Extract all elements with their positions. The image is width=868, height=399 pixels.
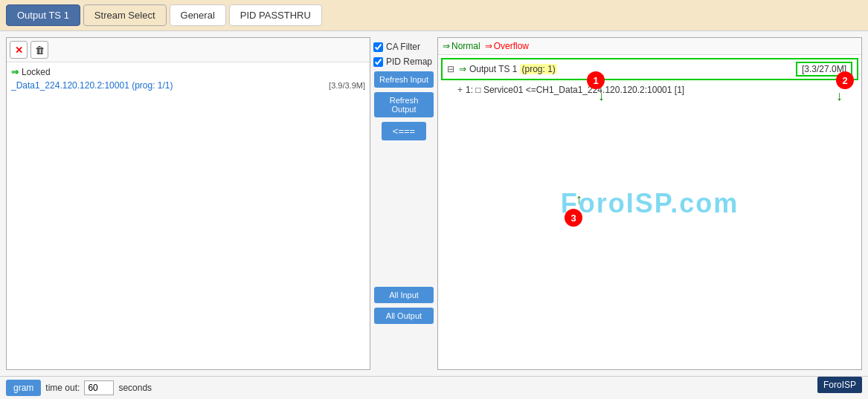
trash-icon-btn[interactable]: 🗑 xyxy=(30,41,48,59)
refresh-output-button[interactable]: Refresh Output xyxy=(374,92,434,117)
refresh-input-button[interactable]: Refresh Input xyxy=(374,71,434,88)
right-panel: 1 2 3 ↓ ↓ ↑ ⇒ Normal ⇒ Overflow xyxy=(437,37,862,370)
locked-row: ⇒ Locked xyxy=(11,67,365,77)
service-label: 1: □ Service01 <=CH1_Data1_224.120.120.2… xyxy=(466,85,684,95)
program-button[interactable]: gram xyxy=(6,380,41,396)
data-rate-label: [3.9/3.9M] xyxy=(329,81,365,90)
service-row[interactable]: + 1: □ Service01 <=CH1_Data1_224.120.120… xyxy=(453,83,858,97)
locked-label: Locked xyxy=(22,67,51,77)
annotation-3: 3 xyxy=(565,209,582,227)
left-toolbar: ✕ 🗑 xyxy=(7,38,370,62)
left-panel: ✕ 🗑 ⇒ Locked _Data1_224.120.120.2:10001 … xyxy=(6,37,370,370)
annotation-1: 1 xyxy=(587,71,605,89)
tab-general[interactable]: General xyxy=(170,4,226,26)
right-content: ⊟ ⇒ Output TS 1 (prog: 1) [3.3/27.0M] + … xyxy=(438,55,861,369)
arrow-2-icon: ↓ xyxy=(836,88,843,104)
right-header: ⇒ Normal ⇒ Overflow xyxy=(438,38,861,55)
normal-label: ⇒ Normal xyxy=(443,41,480,51)
green-arrow-icon: ⇒ xyxy=(11,67,19,77)
tab-stream-select[interactable]: Stream Select xyxy=(83,4,167,26)
all-input-button[interactable]: All Input xyxy=(374,287,434,303)
seconds-label: seconds xyxy=(118,383,152,393)
data-source-label: _Data1_224.120.120.2:10001 (prog: 1/1) xyxy=(11,80,173,91)
pid-remap-label: PID Remap xyxy=(386,56,432,67)
ca-filter-checkbox[interactable] xyxy=(373,42,383,52)
tab-output-ts[interactable]: Output TS 1 xyxy=(6,4,80,26)
expand-icon: ⊟ xyxy=(447,64,454,74)
tab-pid-passthru[interactable]: PID PASSTHRU xyxy=(229,4,322,26)
tab-bar: Output TS 1 Stream Select General PID PA… xyxy=(0,0,868,31)
overflow-label: ⇒ Overflow xyxy=(485,41,529,51)
pid-remap-row: PID Remap xyxy=(373,56,434,67)
overflow-arrow-icon: ⇒ xyxy=(485,41,492,51)
all-output-button[interactable]: All Output xyxy=(374,308,434,324)
content-area: ✕ 🗑 ⇒ Locked _Data1_224.120.120.2:10001 … xyxy=(0,31,868,376)
left-content: ⇒ Locked _Data1_224.120.120.2:10001 (pro… xyxy=(7,62,370,369)
foro-isp-badge: ForoISP xyxy=(817,377,862,393)
output-ts-label: ⊟ ⇒ Output TS 1 (prog: 1) xyxy=(447,64,796,74)
normal-arrow-icon: ⇒ xyxy=(443,41,450,51)
data-source-row[interactable]: _Data1_224.120.120.2:10001 (prog: 1/1) [… xyxy=(11,80,365,91)
bottom-bar: gram time out: seconds xyxy=(0,376,868,399)
expand-service-icon: + xyxy=(457,85,463,95)
pid-remap-checkbox[interactable] xyxy=(373,57,383,67)
output-ts-row[interactable]: ⊟ ⇒ Output TS 1 (prog: 1) [3.3/27.0M] xyxy=(441,58,858,80)
timeout-input[interactable] xyxy=(84,380,114,395)
arrow-1-icon: ↓ xyxy=(598,88,605,104)
annotation-2: 2 xyxy=(836,71,854,89)
timeout-label: time out: xyxy=(45,383,80,393)
middle-panel: CA Filter PID Remap Refresh Input Refres… xyxy=(370,37,437,370)
close-icon-btn[interactable]: ✕ xyxy=(10,41,28,59)
arrow-button[interactable]: <=== xyxy=(382,122,426,140)
ca-filter-label: CA Filter xyxy=(386,42,420,52)
arrow-3-icon: ↑ xyxy=(576,192,582,207)
output-green-arrow: ⇒ xyxy=(459,64,466,74)
ca-filter-row: CA Filter xyxy=(373,42,434,52)
